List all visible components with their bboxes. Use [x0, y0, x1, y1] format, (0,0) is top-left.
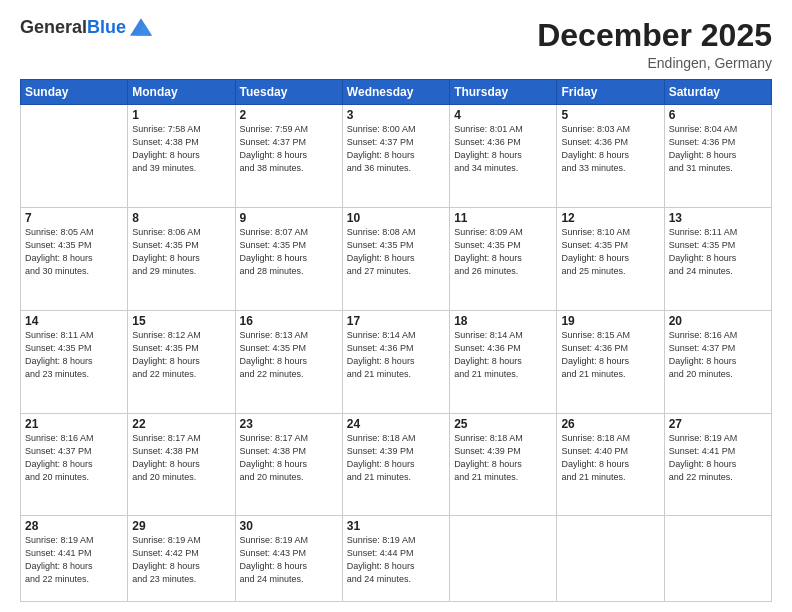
calendar-cell: 10Sunrise: 8:08 AM Sunset: 4:35 PM Dayli… — [342, 207, 449, 310]
calendar-cell: 18Sunrise: 8:14 AM Sunset: 4:36 PM Dayli… — [450, 310, 557, 413]
calendar-cell — [21, 105, 128, 208]
day-info: Sunrise: 8:16 AM Sunset: 4:37 PM Dayligh… — [669, 329, 767, 381]
calendar-cell: 16Sunrise: 8:13 AM Sunset: 4:35 PM Dayli… — [235, 310, 342, 413]
day-info: Sunrise: 8:15 AM Sunset: 4:36 PM Dayligh… — [561, 329, 659, 381]
day-info: Sunrise: 8:07 AM Sunset: 4:35 PM Dayligh… — [240, 226, 338, 278]
day-number: 23 — [240, 417, 338, 431]
header: GeneralBlue December 2025 Endingen, Germ… — [20, 18, 772, 71]
calendar-week-row: 28Sunrise: 8:19 AM Sunset: 4:41 PM Dayli… — [21, 516, 772, 602]
calendar-cell: 20Sunrise: 8:16 AM Sunset: 4:37 PM Dayli… — [664, 310, 771, 413]
day-number: 10 — [347, 211, 445, 225]
calendar-cell: 26Sunrise: 8:18 AM Sunset: 4:40 PM Dayli… — [557, 413, 664, 516]
day-info: Sunrise: 8:05 AM Sunset: 4:35 PM Dayligh… — [25, 226, 123, 278]
day-number: 24 — [347, 417, 445, 431]
day-number: 14 — [25, 314, 123, 328]
day-info: Sunrise: 8:18 AM Sunset: 4:40 PM Dayligh… — [561, 432, 659, 484]
day-info: Sunrise: 7:59 AM Sunset: 4:37 PM Dayligh… — [240, 123, 338, 175]
day-number: 1 — [132, 108, 230, 122]
calendar-week-row: 1Sunrise: 7:58 AM Sunset: 4:38 PM Daylig… — [21, 105, 772, 208]
calendar-cell: 27Sunrise: 8:19 AM Sunset: 4:41 PM Dayli… — [664, 413, 771, 516]
day-number: 28 — [25, 519, 123, 533]
day-number: 22 — [132, 417, 230, 431]
calendar-cell: 25Sunrise: 8:18 AM Sunset: 4:39 PM Dayli… — [450, 413, 557, 516]
day-info: Sunrise: 8:13 AM Sunset: 4:35 PM Dayligh… — [240, 329, 338, 381]
day-info: Sunrise: 8:18 AM Sunset: 4:39 PM Dayligh… — [454, 432, 552, 484]
calendar-week-row: 21Sunrise: 8:16 AM Sunset: 4:37 PM Dayli… — [21, 413, 772, 516]
day-info: Sunrise: 8:11 AM Sunset: 4:35 PM Dayligh… — [669, 226, 767, 278]
day-info: Sunrise: 8:14 AM Sunset: 4:36 PM Dayligh… — [347, 329, 445, 381]
calendar-cell: 22Sunrise: 8:17 AM Sunset: 4:38 PM Dayli… — [128, 413, 235, 516]
day-info: Sunrise: 8:17 AM Sunset: 4:38 PM Dayligh… — [132, 432, 230, 484]
day-info: Sunrise: 8:03 AM Sunset: 4:36 PM Dayligh… — [561, 123, 659, 175]
day-number: 2 — [240, 108, 338, 122]
day-info: Sunrise: 8:19 AM Sunset: 4:44 PM Dayligh… — [347, 534, 445, 586]
weekday-header: Saturday — [664, 80, 771, 105]
weekday-header: Sunday — [21, 80, 128, 105]
calendar: SundayMondayTuesdayWednesdayThursdayFrid… — [20, 79, 772, 602]
day-number: 18 — [454, 314, 552, 328]
calendar-cell: 29Sunrise: 8:19 AM Sunset: 4:42 PM Dayli… — [128, 516, 235, 602]
day-number: 26 — [561, 417, 659, 431]
day-info: Sunrise: 8:19 AM Sunset: 4:43 PM Dayligh… — [240, 534, 338, 586]
day-number: 21 — [25, 417, 123, 431]
day-number: 15 — [132, 314, 230, 328]
day-info: Sunrise: 8:18 AM Sunset: 4:39 PM Dayligh… — [347, 432, 445, 484]
day-number: 4 — [454, 108, 552, 122]
weekday-header-row: SundayMondayTuesdayWednesdayThursdayFrid… — [21, 80, 772, 105]
calendar-week-row: 14Sunrise: 8:11 AM Sunset: 4:35 PM Dayli… — [21, 310, 772, 413]
day-number: 9 — [240, 211, 338, 225]
day-info: Sunrise: 8:17 AM Sunset: 4:38 PM Dayligh… — [240, 432, 338, 484]
logo: GeneralBlue — [20, 18, 152, 38]
day-number: 7 — [25, 211, 123, 225]
calendar-cell: 6Sunrise: 8:04 AM Sunset: 4:36 PM Daylig… — [664, 105, 771, 208]
page: GeneralBlue December 2025 Endingen, Germ… — [0, 0, 792, 612]
calendar-cell: 5Sunrise: 8:03 AM Sunset: 4:36 PM Daylig… — [557, 105, 664, 208]
day-number: 25 — [454, 417, 552, 431]
calendar-cell: 4Sunrise: 8:01 AM Sunset: 4:36 PM Daylig… — [450, 105, 557, 208]
weekday-header: Wednesday — [342, 80, 449, 105]
title-block: December 2025 Endingen, Germany — [537, 18, 772, 71]
location: Endingen, Germany — [537, 55, 772, 71]
calendar-cell: 19Sunrise: 8:15 AM Sunset: 4:36 PM Dayli… — [557, 310, 664, 413]
day-info: Sunrise: 8:19 AM Sunset: 4:42 PM Dayligh… — [132, 534, 230, 586]
day-number: 13 — [669, 211, 767, 225]
weekday-header: Friday — [557, 80, 664, 105]
month-year: December 2025 — [537, 18, 772, 53]
day-number: 29 — [132, 519, 230, 533]
calendar-cell: 24Sunrise: 8:18 AM Sunset: 4:39 PM Dayli… — [342, 413, 449, 516]
day-number: 30 — [240, 519, 338, 533]
day-info: Sunrise: 8:14 AM Sunset: 4:36 PM Dayligh… — [454, 329, 552, 381]
calendar-cell: 14Sunrise: 8:11 AM Sunset: 4:35 PM Dayli… — [21, 310, 128, 413]
day-number: 20 — [669, 314, 767, 328]
calendar-cell — [664, 516, 771, 602]
calendar-cell: 1Sunrise: 7:58 AM Sunset: 4:38 PM Daylig… — [128, 105, 235, 208]
day-number: 16 — [240, 314, 338, 328]
calendar-cell — [450, 516, 557, 602]
day-info: Sunrise: 8:16 AM Sunset: 4:37 PM Dayligh… — [25, 432, 123, 484]
calendar-cell: 31Sunrise: 8:19 AM Sunset: 4:44 PM Dayli… — [342, 516, 449, 602]
calendar-cell: 2Sunrise: 7:59 AM Sunset: 4:37 PM Daylig… — [235, 105, 342, 208]
day-info: Sunrise: 8:09 AM Sunset: 4:35 PM Dayligh… — [454, 226, 552, 278]
day-number: 17 — [347, 314, 445, 328]
calendar-cell: 13Sunrise: 8:11 AM Sunset: 4:35 PM Dayli… — [664, 207, 771, 310]
calendar-cell: 12Sunrise: 8:10 AM Sunset: 4:35 PM Dayli… — [557, 207, 664, 310]
logo-icon — [130, 16, 152, 38]
day-info: Sunrise: 8:04 AM Sunset: 4:36 PM Dayligh… — [669, 123, 767, 175]
calendar-cell: 9Sunrise: 8:07 AM Sunset: 4:35 PM Daylig… — [235, 207, 342, 310]
calendar-week-row: 7Sunrise: 8:05 AM Sunset: 4:35 PM Daylig… — [21, 207, 772, 310]
day-info: Sunrise: 8:00 AM Sunset: 4:37 PM Dayligh… — [347, 123, 445, 175]
calendar-cell: 7Sunrise: 8:05 AM Sunset: 4:35 PM Daylig… — [21, 207, 128, 310]
calendar-cell — [557, 516, 664, 602]
calendar-cell: 11Sunrise: 8:09 AM Sunset: 4:35 PM Dayli… — [450, 207, 557, 310]
day-number: 11 — [454, 211, 552, 225]
weekday-header: Thursday — [450, 80, 557, 105]
weekday-header: Monday — [128, 80, 235, 105]
calendar-cell: 23Sunrise: 8:17 AM Sunset: 4:38 PM Dayli… — [235, 413, 342, 516]
day-info: Sunrise: 8:10 AM Sunset: 4:35 PM Dayligh… — [561, 226, 659, 278]
day-number: 27 — [669, 417, 767, 431]
day-number: 5 — [561, 108, 659, 122]
weekday-header: Tuesday — [235, 80, 342, 105]
calendar-cell: 17Sunrise: 8:14 AM Sunset: 4:36 PM Dayli… — [342, 310, 449, 413]
day-info: Sunrise: 8:19 AM Sunset: 4:41 PM Dayligh… — [25, 534, 123, 586]
logo-text: GeneralBlue — [20, 18, 126, 38]
